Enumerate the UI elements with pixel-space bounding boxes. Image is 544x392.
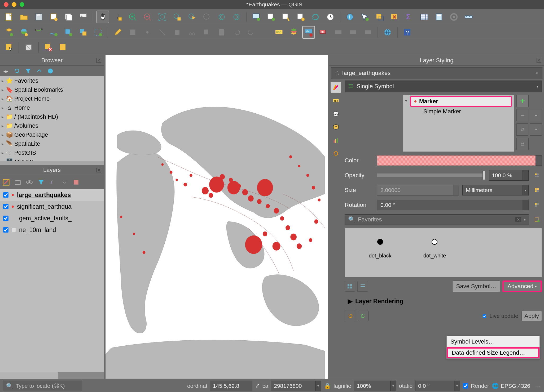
- symbol-preset-dot-black[interactable]: dot_black: [369, 239, 392, 274]
- browser-item-home[interactable]: ▸⌂Home: [0, 103, 104, 112]
- collapse-all-icon[interactable]: [36, 67, 43, 75]
- new-spatialite-icon[interactable]: [62, 26, 75, 39]
- measure-icon[interactable]: [462, 11, 475, 23]
- data-defined-override-icon[interactable]: [532, 185, 542, 195]
- marker-child-item[interactable]: Simple Marker: [403, 107, 514, 116]
- diagrams-tab-icon[interactable]: [331, 135, 341, 146]
- expand-icon[interactable]: [60, 178, 68, 186]
- identify-icon[interactable]: i: [344, 11, 356, 23]
- temporal-controller-icon[interactable]: [294, 11, 307, 23]
- browser-item-root[interactable]: ▸📁/ (Macintosh HD): [0, 112, 104, 121]
- messages-button[interactable]: ⋯: [533, 382, 541, 390]
- label-diagram-icon[interactable]: [287, 26, 300, 39]
- redo-style-button[interactable]: [358, 311, 368, 321]
- apply-button[interactable]: Apply: [521, 311, 542, 321]
- browser-item-favorites[interactable]: ▸⭐Favorites: [0, 76, 104, 85]
- layer-checkbox[interactable]: [3, 227, 8, 233]
- layer-checkbox[interactable]: [3, 216, 8, 221]
- close-window-icon[interactable]: [4, 2, 8, 7]
- browser-item-project-home[interactable]: ▸🏠Project Home: [0, 94, 104, 103]
- select-icon[interactable]: [373, 11, 386, 23]
- show-bookmarks-icon[interactable]: [279, 11, 292, 23]
- deselect-icon[interactable]: [388, 11, 401, 23]
- zoom-native-icon[interactable]: 1:1: [200, 11, 213, 23]
- label-highlight-icon[interactable]: ab: [302, 26, 315, 39]
- label-abc1-icon[interactable]: abc: [273, 26, 285, 39]
- browser-close-button[interactable]: ✕: [96, 58, 101, 63]
- edit-toggle-icon[interactable]: [111, 26, 124, 39]
- rotation-status-input[interactable]: 0.0 °▾: [415, 381, 460, 391]
- menu-item-symbol-levels[interactable]: Symbol Levels…: [447, 336, 539, 347]
- web-icon[interactable]: [381, 26, 394, 39]
- render-checkbox[interactable]: [463, 383, 468, 389]
- remove-symbol-layer-button[interactable]: [516, 109, 528, 121]
- minimize-window-icon[interactable]: [12, 2, 16, 7]
- duplicate-button[interactable]: [516, 123, 528, 136]
- zoom-last-icon[interactable]: [215, 11, 228, 23]
- layer-row[interactable]: significant_earthqua: [0, 201, 104, 212]
- browser-item-volumes[interactable]: ▸📁/Volumes: [0, 121, 104, 130]
- select-by-expression-icon[interactable]: [57, 41, 69, 54]
- layer-checkbox[interactable]: [3, 192, 8, 198]
- zoom-full-icon[interactable]: [156, 11, 169, 23]
- browser-item-mssql[interactable]: ▸🗄️MSSQL: [0, 157, 104, 161]
- style-manager-link-icon[interactable]: [532, 215, 542, 225]
- add-symbol-layer-button[interactable]: [516, 95, 529, 107]
- symbol-preset-dot-white[interactable]: dot_white: [423, 239, 446, 274]
- magnifier-input[interactable]: 100%▾: [354, 381, 396, 391]
- layout-manager-icon[interactable]: [62, 11, 75, 23]
- layer-row[interactable]: ne_10m_land: [0, 224, 104, 236]
- symbol-mode-selector[interactable]: ☰ Single Symbol ▾: [345, 81, 542, 92]
- zoom-out-icon[interactable]: [141, 11, 154, 23]
- add-vector-layer-icon[interactable]: [3, 26, 15, 39]
- data-defined-override-icon[interactable]: [532, 170, 542, 180]
- undo-style-button[interactable]: [345, 311, 355, 321]
- clock-icon[interactable]: [324, 11, 337, 23]
- new-bookmark-icon[interactable]: [265, 11, 277, 23]
- advanced-button[interactable]: Advanced▾: [502, 280, 542, 292]
- toolbox-icon[interactable]: [448, 11, 460, 23]
- new-temp-layer-icon[interactable]: [77, 26, 90, 39]
- symbol-layer-tree[interactable]: ▾ Marker Simple Marker: [403, 95, 514, 152]
- label-pin-icon[interactable]: ab: [317, 26, 330, 39]
- marker-root-item[interactable]: Marker: [410, 96, 512, 107]
- collapse-arrow-icon[interactable]: ▾: [403, 99, 409, 103]
- action-icon[interactable]: [358, 11, 371, 23]
- layer-row[interactable]: gem_active_faults_: [0, 212, 104, 224]
- 3d-view-tab-icon[interactable]: [331, 122, 341, 132]
- labels-tab-icon[interactable]: abc: [331, 95, 341, 106]
- deselect-all-icon[interactable]: [22, 41, 35, 54]
- layer-checkbox[interactable]: [3, 204, 8, 209]
- remove-layer-icon[interactable]: [72, 178, 80, 186]
- filter-legend-icon[interactable]: [37, 178, 45, 186]
- maximize-window-icon[interactable]: [20, 2, 24, 7]
- layer-rendering-header[interactable]: ▶ Layer Rendering: [345, 295, 542, 307]
- zoom-in-icon[interactable]: [126, 11, 139, 23]
- style-manager-icon[interactable]: a: [77, 11, 90, 23]
- toggle-extents-icon[interactable]: ⤢: [255, 382, 260, 389]
- print-layout-icon[interactable]: [47, 11, 60, 23]
- rotation-input[interactable]: 0.00 °: [377, 200, 529, 210]
- icon-view-button[interactable]: [345, 281, 355, 292]
- coord-input[interactable]: 145.5,62.8: [210, 381, 252, 391]
- statistics-icon[interactable]: Σ: [403, 11, 416, 23]
- pan-to-selection-icon[interactable]: [111, 11, 124, 23]
- zoom-layer-icon[interactable]: [186, 11, 198, 23]
- field-calculator-icon[interactable]: [433, 11, 445, 23]
- new-shapefile-icon[interactable]: [32, 26, 45, 39]
- browser-item-bookmarks[interactable]: ▸🔖Spatial Bookmarks: [0, 85, 104, 94]
- new-map-view-icon[interactable]: [250, 11, 262, 23]
- zoom-selection-icon[interactable]: [171, 11, 183, 23]
- browser-item-geopackage[interactable]: ▸📦GeoPackage: [0, 130, 104, 139]
- add-layer-icon[interactable]: [2, 67, 10, 75]
- save-project-icon[interactable]: [32, 11, 45, 23]
- symbology-tab-icon[interactable]: [331, 82, 341, 93]
- size-unit-selector[interactable]: Millimeters▾: [462, 185, 529, 195]
- open-styling-icon[interactable]: [2, 178, 10, 186]
- invert-selection-icon[interactable]: [42, 41, 55, 54]
- browser-tree[interactable]: ▸⭐Favorites ▸🔖Spatial Bookmarks ▸🏠Projec…: [0, 76, 104, 161]
- lock-button[interactable]: [516, 138, 529, 150]
- layer-row[interactable]: large_earthquakes: [0, 189, 104, 201]
- layers-close-button[interactable]: ✕: [96, 168, 101, 172]
- data-defined-override-icon[interactable]: [532, 200, 542, 210]
